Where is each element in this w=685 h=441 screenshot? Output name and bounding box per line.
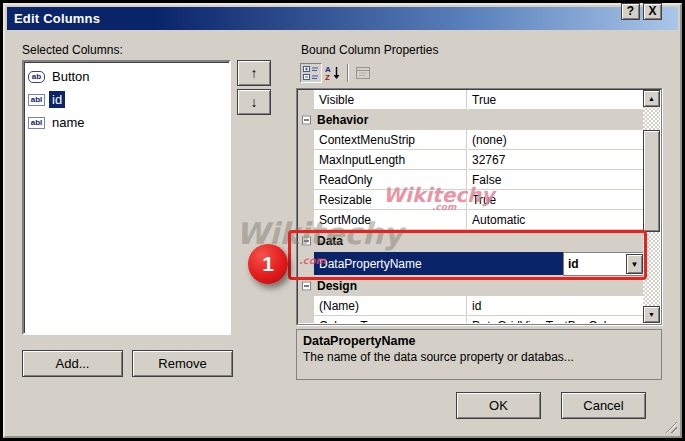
row-margin xyxy=(298,170,314,190)
description-text: The name of the data source property or … xyxy=(303,350,655,364)
svg-text:Z: Z xyxy=(325,73,330,81)
property-row[interactable]: ColumnTypeDataGridViewTextBoxColumn xyxy=(298,316,645,323)
list-item[interactable]: ablname xyxy=(26,111,227,134)
step-1-badge: 1 xyxy=(248,244,288,284)
list-item-label: Button xyxy=(49,68,93,85)
title-bar[interactable]: Edit Columns xyxy=(7,7,678,30)
property-value-text: 32767 xyxy=(472,153,505,167)
list-item-label: name xyxy=(49,114,88,131)
down-arrow-icon: ↓ xyxy=(251,94,258,110)
row-margin xyxy=(298,150,314,170)
bound-column-properties-label: Bound Column Properties xyxy=(301,43,438,57)
collapse-icon[interactable] xyxy=(302,237,311,246)
add-button[interactable]: Add... xyxy=(22,350,123,377)
property-name[interactable]: ColumnType xyxy=(314,316,467,323)
textbox-column-icon: abl xyxy=(28,94,45,106)
property-row[interactable]: SortModeAutomatic xyxy=(298,210,645,230)
property-name[interactable]: ContextMenuStrip xyxy=(314,130,467,150)
property-name[interactable]: Resizable xyxy=(314,190,467,210)
move-down-button[interactable]: ↓ xyxy=(237,89,271,115)
selected-columns-list[interactable]: abButtonablidablname xyxy=(22,60,231,335)
property-row[interactable]: ResizableTrue xyxy=(298,190,645,210)
property-value[interactable]: DataGridViewTextBoxColumn xyxy=(468,316,645,323)
remove-button[interactable]: Remove xyxy=(132,350,233,377)
scrollbar-thumb[interactable] xyxy=(643,130,660,232)
row-margin xyxy=(298,90,314,110)
property-value[interactable]: 32767 xyxy=(468,150,645,170)
property-value[interactable]: id▼ xyxy=(563,252,645,276)
category-label: Data xyxy=(317,234,343,248)
property-value[interactable]: (none) xyxy=(468,130,645,150)
ok-button[interactable]: OK xyxy=(456,392,541,419)
property-value-text: True xyxy=(472,193,496,207)
collapse-icon[interactable] xyxy=(302,282,311,291)
property-category-row[interactable]: Behavior xyxy=(298,110,645,130)
selected-columns-label: Selected Columns: xyxy=(22,43,123,57)
dialog-title: Edit Columns xyxy=(7,11,100,26)
vertical-scrollbar[interactable]: ▲ ▼ xyxy=(643,90,660,323)
move-up-button[interactable]: ↑ xyxy=(237,60,271,86)
property-row[interactable]: (Name)id xyxy=(298,296,645,316)
property-pages-icon xyxy=(352,63,374,83)
close-button[interactable]: X xyxy=(643,3,662,20)
list-item[interactable]: abButton xyxy=(26,65,227,88)
property-value-text: id xyxy=(472,299,481,313)
scroll-up-icon[interactable]: ▲ xyxy=(643,90,660,107)
property-name[interactable]: MaxInputLength xyxy=(314,150,467,170)
property-name[interactable]: SortMode xyxy=(314,210,467,230)
chevron-down-icon: ▼ xyxy=(631,260,639,269)
help-button[interactable]: ? xyxy=(621,3,640,20)
property-value-text: (none) xyxy=(472,133,507,147)
category-label: Design xyxy=(317,279,357,293)
row-margin xyxy=(298,130,314,150)
toolbar-separator xyxy=(347,64,349,82)
cancel-button[interactable]: Cancel xyxy=(561,392,646,419)
property-value[interactable]: False xyxy=(468,170,645,190)
step-number: 1 xyxy=(262,252,274,276)
property-grid-rows: VisibleTrueBehaviorContextMenuStrip(none… xyxy=(298,90,645,323)
property-grid-toolbar: A Z xyxy=(300,62,374,84)
row-margin xyxy=(298,210,314,230)
property-row[interactable]: ReadOnlyFalse xyxy=(298,170,645,190)
property-value-text: False xyxy=(472,173,501,187)
property-row[interactable]: DataPropertyNameid▼ xyxy=(298,252,645,276)
category-label: Behavior xyxy=(317,113,368,127)
button-column-icon: ab xyxy=(28,71,45,83)
description-title: DataPropertyName xyxy=(303,334,655,348)
row-margin xyxy=(298,296,314,316)
property-name[interactable]: Visible xyxy=(314,90,467,110)
description-pane: DataPropertyName The name of the data so… xyxy=(296,329,662,380)
property-row[interactable]: ContextMenuStrip(none) xyxy=(298,130,645,150)
up-arrow-icon: ↑ xyxy=(251,65,258,81)
property-category-row[interactable]: Design xyxy=(298,276,645,296)
property-value-text: True xyxy=(472,93,496,107)
property-value[interactable]: Automatic xyxy=(468,210,645,230)
categorized-icon[interactable] xyxy=(300,63,322,83)
list-item[interactable]: ablid xyxy=(26,88,227,111)
row-margin xyxy=(298,252,314,276)
row-margin xyxy=(298,316,314,323)
property-value-text: id xyxy=(568,257,579,271)
edit-columns-dialog: Edit Columns ? X Selected Columns: abBut… xyxy=(0,0,685,441)
property-value-text: DataGridViewTextBoxColumn xyxy=(472,319,630,324)
property-row[interactable]: VisibleTrue xyxy=(298,90,645,110)
property-category-row[interactable]: Data xyxy=(298,230,645,252)
property-value[interactable]: True xyxy=(468,190,645,210)
row-margin xyxy=(298,190,314,210)
property-name[interactable]: DataPropertyName xyxy=(314,252,563,276)
list-item-label: id xyxy=(49,91,65,108)
property-name[interactable]: ReadOnly xyxy=(314,170,467,190)
property-value[interactable]: True xyxy=(468,90,645,110)
property-grid[interactable]: VisibleTrueBehaviorContextMenuStrip(none… xyxy=(296,88,662,325)
property-name[interactable]: (Name) xyxy=(314,296,467,316)
dropdown-button[interactable]: ▼ xyxy=(626,254,643,274)
textbox-column-icon: abl xyxy=(28,117,45,129)
alphabetical-sort-icon[interactable]: A Z xyxy=(322,63,344,83)
collapse-icon[interactable] xyxy=(302,116,311,125)
property-row[interactable]: MaxInputLength32767 xyxy=(298,150,645,170)
property-value[interactable]: id xyxy=(468,296,645,316)
scroll-down-icon[interactable]: ▼ xyxy=(643,306,660,323)
property-value-text: Automatic xyxy=(472,213,525,227)
